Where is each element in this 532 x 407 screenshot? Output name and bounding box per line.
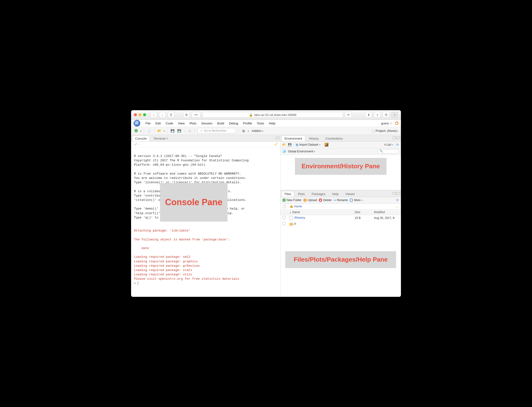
minimize-icon[interactable] <box>138 113 141 116</box>
signout-icon[interactable]: ⎋ <box>390 122 392 125</box>
tab-console[interactable]: Console <box>132 135 150 141</box>
refresh-files-icon[interactable]: ⟳ <box>396 198 399 202</box>
col-name: ▲ Name <box>288 210 353 215</box>
upload-button[interactable]: ↑ Upload <box>303 198 317 202</box>
console-tabbar: Console Terminal × <box>131 135 280 141</box>
clear-console-icon[interactable]: 🧹 <box>274 142 278 146</box>
save-all-icon[interactable]: 💾 <box>177 128 182 133</box>
tab-environment[interactable]: Environment <box>281 135 305 141</box>
file-name[interactable]: .Rhistory <box>294 216 305 219</box>
home-link[interactable]: Home <box>294 205 302 208</box>
env-search-input[interactable]: 🔍 <box>377 149 399 154</box>
new-project-icon[interactable]: ⬚ <box>146 128 152 133</box>
menu-profile[interactable]: Profile <box>241 121 254 126</box>
file-row[interactable]: .Rhistory15 BAug 30, 2017, 9: <box>281 215 401 221</box>
env-toolbar: 📂 💾 ▦ Import Dataset ≡ List ⟳ <box>281 141 401 148</box>
import-dataset-button[interactable]: ▦ Import Dataset <box>296 143 320 146</box>
rename-button[interactable]: ➔ Rename <box>334 198 348 202</box>
goto-placeholder: Go to file/function <box>204 129 226 132</box>
files-table: ▲ Name Size Modified .Rhistory15 BAug 30… <box>281 210 401 227</box>
env-tabbar: Environment History Connections <box>281 135 401 141</box>
row-checkbox[interactable] <box>282 222 286 225</box>
lock-icon: 🔒 <box>249 113 253 117</box>
file-size <box>353 221 372 227</box>
reader-button[interactable]: ••• <box>192 112 200 118</box>
menu-debug[interactable]: Debug <box>227 121 240 126</box>
save-icon[interactable]: 💾 <box>170 128 175 133</box>
print-icon[interactable]: 🖨 <box>187 128 192 133</box>
files-breadcrumb: Home … <box>281 204 401 210</box>
close-icon[interactable] <box>134 113 137 116</box>
list-view-button[interactable]: ≡ List <box>384 143 393 146</box>
save-workspace-icon[interactable]: 💾 <box>288 143 292 146</box>
select-all-checkbox[interactable] <box>283 205 286 208</box>
browser-window: ‹ › ☰ ⛨ ••• 🔒 labs-az-02.oit.duke.edu:30… <box>131 110 401 297</box>
load-workspace-icon[interactable]: 📂 <box>282 143 286 146</box>
tabs-button[interactable]: ⧉ <box>383 112 389 118</box>
forward-button[interactable]: › <box>159 112 166 118</box>
tab-plots[interactable]: Plots <box>295 191 308 197</box>
grid-icon[interactable]: ▦ <box>241 128 246 133</box>
more-path-icon[interactable]: … <box>396 205 399 208</box>
addins-button[interactable]: Addins <box>252 129 263 133</box>
open-recent-dropdown[interactable] <box>164 129 165 133</box>
tab-help[interactable]: Help <box>329 191 342 197</box>
titlebar: ‹ › ☰ ⛨ ••• 🔒 labs-az-02.oit.duke.edu:30… <box>131 110 401 120</box>
power-icon[interactable] <box>395 122 399 125</box>
goto-file-input[interactable]: ➜ Go to file/function <box>197 128 236 133</box>
menu-code[interactable]: Code <box>163 121 175 126</box>
url-bar[interactable]: 🔒 labs-az-02.oit.duke.edu:30698 <box>202 112 343 118</box>
reload-button[interactable]: ⟳ <box>345 112 352 118</box>
project-menu[interactable]: Project: (None) <box>376 129 399 133</box>
new-tab-button[interactable]: + <box>391 112 398 118</box>
right-column: Environment History Connections 📂 💾 ▦ Im… <box>281 135 401 297</box>
refresh-env-icon[interactable]: ⟳ <box>396 143 399 147</box>
rstudio-menubar: R FileEditCodeViewPlotsSessionBuildDebug… <box>131 120 401 127</box>
minimize-env-icon[interactable] <box>393 137 396 139</box>
window-controls <box>134 113 146 116</box>
tab-terminal[interactable]: Terminal × <box>150 135 171 141</box>
menu-edit[interactable]: Edit <box>153 121 163 126</box>
console-prompt: > <box>134 282 138 285</box>
clear-env-icon[interactable] <box>325 143 328 147</box>
sidebar-button[interactable]: ☰ <box>168 112 175 118</box>
back-button[interactable]: ‹ <box>150 112 157 118</box>
tab-packages[interactable]: Packages <box>308 191 328 197</box>
file-name[interactable]: R <box>294 222 296 226</box>
maximize-files-icon[interactable] <box>397 192 400 195</box>
overlay-files: Files/Plots/Packages/Help Pane <box>285 251 396 268</box>
file-size: 15 B <box>353 215 372 221</box>
share-button[interactable]: ⇪ <box>374 112 381 118</box>
tab-history[interactable]: History <box>306 135 322 141</box>
menu-tools[interactable]: Tools <box>254 121 266 126</box>
tab-connections[interactable]: Connections <box>322 135 346 141</box>
menu-view[interactable]: View <box>175 121 187 126</box>
env-scope-dropdown[interactable]: Global Environment <box>288 150 315 153</box>
more-button[interactable]: More <box>350 198 363 202</box>
tab-viewer[interactable]: Viewer <box>342 191 358 197</box>
maximize-pane-icon[interactable] <box>276 137 279 139</box>
menu-help[interactable]: Help <box>266 121 278 126</box>
menu-build[interactable]: Build <box>215 121 227 126</box>
menu-session[interactable]: Session <box>199 121 215 126</box>
maximize-env-icon[interactable] <box>397 137 400 139</box>
folder-icon <box>289 223 293 226</box>
menu-file[interactable]: File <box>143 121 153 126</box>
delete-button[interactable]: ✖ Delete <box>319 198 332 202</box>
home-icon[interactable] <box>290 205 293 208</box>
row-checkbox[interactable] <box>282 216 286 219</box>
pane-layout-dropdown[interactable] <box>248 129 249 133</box>
new-folder-button[interactable]: + New Folder <box>282 198 301 202</box>
download-button[interactable]: ⬇ <box>365 112 372 118</box>
new-file-icon[interactable]: + <box>133 128 139 133</box>
zoom-icon[interactable] <box>143 113 146 116</box>
new-file-dropdown[interactable] <box>140 129 141 133</box>
minimize-files-icon[interactable] <box>393 192 396 195</box>
menu-plots[interactable]: Plots <box>187 121 199 126</box>
tab-files[interactable]: Files <box>281 191 294 197</box>
open-file-icon[interactable]: 📂 <box>157 128 162 133</box>
console-pane: Console Terminal × ~/ ⇨ 🧹 R version 3.4.… <box>131 135 281 297</box>
console-output[interactable]: R version 3.4.1 (2017-06-30) -- "Single … <box>131 147 280 297</box>
file-row[interactable]: R <box>281 221 401 227</box>
shield-icon[interactable]: ⛨ <box>183 112 190 118</box>
